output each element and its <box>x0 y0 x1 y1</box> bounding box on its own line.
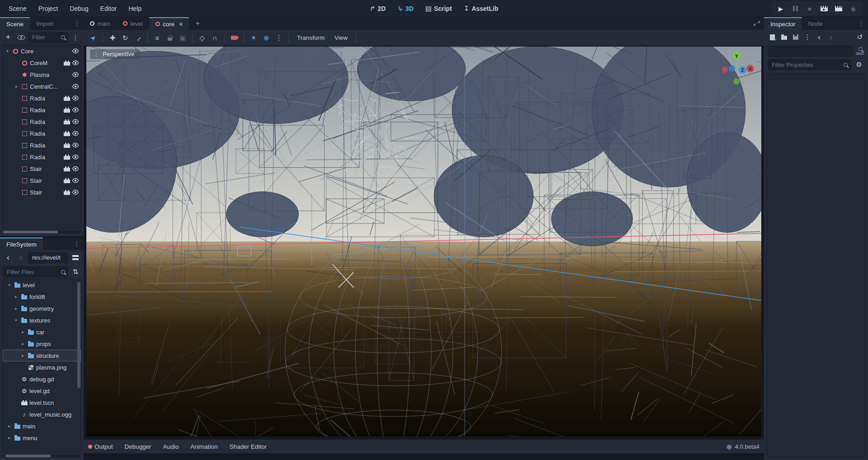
movie-maker-button[interactable]: ◉ <box>847 3 859 14</box>
property-tools-button[interactable]: ⚙ <box>854 59 864 70</box>
viewport-3d[interactable] <box>86 47 761 436</box>
scene-node-row[interactable]: Stair <box>3 186 81 198</box>
list-select-tool[interactable]: ≡ <box>151 32 163 44</box>
fs-item-structure[interactable]: ▸ structure <box>3 350 81 361</box>
switch-3d[interactable]: ↳3D <box>393 3 418 14</box>
open-instanced-scene-icon[interactable] <box>64 166 70 171</box>
fs-item-level[interactable]: ▾ level <box>3 279 81 291</box>
play-scene-button[interactable]: ▶ <box>818 3 830 14</box>
menu-project[interactable]: Project <box>34 3 62 14</box>
inspector-dock-menu[interactable]: ⋮ <box>854 17 868 30</box>
gizmo-axis-neg-y[interactable] <box>733 78 740 85</box>
scene-node-row[interactable]: Radia <box>3 116 81 128</box>
scene-node-row[interactable]: ▾ Core <box>3 45 81 57</box>
scene-tab-main[interactable]: main <box>84 17 117 30</box>
menu-editor[interactable]: Editor <box>96 3 121 14</box>
snap-toggle[interactable]: ∩ <box>209 32 221 44</box>
distraction-free-button[interactable]: ↗↙ <box>750 17 764 30</box>
visibility-eye-icon[interactable] <box>72 106 79 114</box>
bottom-tab-output[interactable]: Output <box>88 443 113 450</box>
fs-item-level_music.ogg[interactable]: ♪ level_music.ogg <box>3 408 81 420</box>
menu-help[interactable]: Help <box>124 3 146 14</box>
lock-toggle[interactable] <box>164 32 176 44</box>
fs-item-forklift[interactable]: ▸ forklift <box>3 291 81 303</box>
open-instanced-scene-icon[interactable] <box>64 178 70 183</box>
tab-import[interactable]: Import <box>30 17 60 30</box>
move-tool[interactable]: ✚ <box>107 32 118 44</box>
play-custom-scene-button[interactable] <box>833 3 844 14</box>
open-instanced-scene-icon[interactable] <box>64 96 70 101</box>
fs-back-button[interactable]: ‹ <box>3 252 14 263</box>
open-instanced-scene-icon[interactable] <box>64 119 70 124</box>
visibility-eye-icon[interactable] <box>72 177 79 184</box>
pause-button[interactable] <box>789 3 801 14</box>
local-space-toggle[interactable]: ◇ <box>196 32 208 44</box>
menu-scene[interactable]: Scene <box>5 3 31 14</box>
preview-sun-toggle[interactable]: ☀ <box>248 32 259 44</box>
group-toggle[interactable]: ▣ <box>177 32 189 44</box>
fs-item-car[interactable]: ▸ car <box>3 326 81 338</box>
camera-preview-toggle[interactable] <box>228 32 240 44</box>
scene-node-row[interactable]: Stair <box>3 163 81 175</box>
tab-node[interactable]: Node <box>802 17 829 30</box>
visibility-eye-icon[interactable] <box>72 59 79 66</box>
open-instanced-scene-icon[interactable] <box>64 61 70 66</box>
notification-bell-icon[interactable] <box>727 445 731 449</box>
fs-item-plasma.png[interactable]: plasma.png <box>3 361 81 373</box>
scene-node-row[interactable]: ✱Plasma <box>3 69 81 81</box>
scene-dock-menu[interactable]: ⋮ <box>70 17 84 30</box>
gizmo-axis-neg-z[interactable] <box>729 65 735 71</box>
visibility-eye-icon[interactable] <box>72 71 79 78</box>
bottom-tab-audio[interactable]: Audio <box>163 443 179 450</box>
add-node-button[interactable]: + <box>3 32 14 43</box>
scene-tree-hscrollbar[interactable] <box>3 230 81 234</box>
close-tab-icon[interactable]: × <box>179 21 183 28</box>
tab-filesystem[interactable]: FileSystem <box>0 237 43 250</box>
viewport-menu-view[interactable]: View <box>330 33 352 43</box>
tab-scene[interactable]: Scene <box>0 17 30 30</box>
scene-node-row[interactable]: Stair <box>3 175 81 186</box>
fs-filter-input[interactable] <box>3 266 68 277</box>
scene-tree-menu-button[interactable]: ⋮ <box>70 32 81 43</box>
gizmo-axis-x[interactable]: X <box>746 65 754 72</box>
visibility-eye-icon[interactable] <box>72 83 79 90</box>
scene-node-row[interactable]: Radia <box>3 92 81 104</box>
tree-arrow-icon[interactable]: ▸ <box>14 84 19 89</box>
fs-item-debug.gd[interactable]: ⚙ debug.gd <box>3 373 81 385</box>
bottom-tab-animation[interactable]: Animation <box>190 443 217 450</box>
fs-sort-button[interactable]: ⇅ <box>70 266 81 277</box>
sun-env-menu[interactable]: ⋮ <box>273 32 285 44</box>
open-instanced-scene-icon[interactable] <box>64 190 70 195</box>
tab-inspector[interactable]: Inspector <box>764 17 802 30</box>
scene-tab-level[interactable]: level <box>117 17 149 30</box>
select-tool[interactable]: ➤ <box>85 29 102 46</box>
rotate-tool[interactable]: ↻ <box>119 32 131 44</box>
play-button[interactable]: ▶ <box>775 3 787 14</box>
filesystem-dock-menu[interactable]: ⋮ <box>70 237 84 250</box>
fs-item-main[interactable]: ▸ main <box>3 420 81 432</box>
fs-hscrollbar[interactable] <box>3 454 81 458</box>
gizmo-axis-y[interactable]: Y <box>733 52 741 60</box>
fs-item-geometry[interactable]: ▸ geometry <box>3 303 81 314</box>
open-instanced-scene-icon[interactable] <box>64 108 70 113</box>
new-resource-button[interactable]: + <box>767 32 778 43</box>
inspector-filter-input[interactable] <box>768 59 851 70</box>
fs-item-level.gd[interactable]: ⚙ level.gd <box>3 385 81 397</box>
menu-debug[interactable]: Debug <box>66 3 92 14</box>
history-forward-button[interactable]: › <box>826 32 836 43</box>
resource-extra-menu[interactable]: ⋮ <box>802 32 813 43</box>
fs-vscrollbar[interactable] <box>77 280 80 451</box>
visibility-eye-icon[interactable] <box>72 95 79 102</box>
scene-node-row[interactable]: Radia <box>3 139 81 151</box>
perspective-menu[interactable]: ⋮ Perspective <box>90 49 140 59</box>
gizmo-axis-neg-x[interactable] <box>722 66 728 73</box>
gizmo-axis-z[interactable]: Z <box>739 66 746 74</box>
instance-scene-button[interactable] <box>15 32 26 43</box>
scene-node-row[interactable]: ▸ CentralC... <box>3 81 81 92</box>
open-docs-button[interactable]: DOC <box>856 47 864 56</box>
visibility-eye-icon[interactable] <box>72 165 79 172</box>
open-instanced-scene-icon[interactable] <box>64 131 70 136</box>
fs-split-mode-button[interactable] <box>70 252 81 263</box>
scene-node-row[interactable]: CoreM <box>3 57 81 69</box>
new-scene-tab-button[interactable]: + <box>189 17 206 30</box>
